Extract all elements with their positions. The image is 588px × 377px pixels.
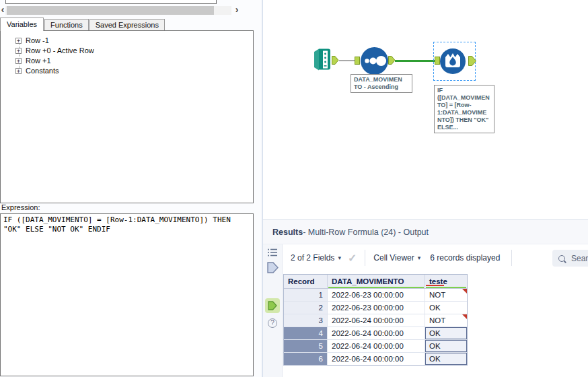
cell-viewer-dropdown[interactable]: Cell Viewer — [373, 253, 414, 263]
sort-annotation[interactable]: DATA_MOVIMEN TO - Ascending — [351, 74, 412, 93]
record-cell[interactable]: 5 — [284, 340, 328, 352]
input-anchor-icon — [355, 57, 360, 65]
tool-multi-row-formula[interactable] — [440, 48, 466, 77]
tree-item-row-plus-1[interactable]: + Row +1 — [15, 56, 51, 65]
table-row[interactable]: 12022-06-23 00:00:00NOT — [284, 289, 467, 302]
tree-item-label: Constants — [26, 67, 59, 75]
tree-item-row-minus-1[interactable]: + Row -1 — [15, 36, 49, 45]
multi-row-formula-icon — [440, 48, 466, 74]
results-icon-strip: ? — [263, 244, 283, 377]
results-title-rest: - Multi-Row Formula (24) - Output — [303, 228, 429, 237]
tree-item-label: Row -1 — [26, 36, 49, 44]
teste-cell[interactable]: NOT — [425, 314, 467, 327]
sort-underline-green — [328, 287, 424, 288]
connection-sort-to-formula[interactable] — [395, 60, 435, 62]
tool-sort[interactable] — [361, 47, 388, 77]
column-header-data-movimento[interactable]: DATA_MOVIMENTO — [328, 275, 425, 288]
toolbar-divider — [365, 250, 365, 266]
results-panel: Results - Multi-Row Formula (24) - Outpu… — [263, 219, 588, 377]
search-icon — [558, 255, 565, 262]
table-row[interactable]: 42022-06-24 00:00:00OK — [284, 327, 467, 340]
connection-input-to-sort[interactable] — [339, 60, 355, 61]
data-movimento-cell[interactable]: 2022-06-24 00:00:00 — [328, 353, 425, 365]
records-displayed-text: 6 records displayed — [430, 253, 500, 263]
horizontal-scrollbar[interactable]: ‹ › — [0, 5, 241, 15]
input-anchor-view-icon[interactable] — [263, 262, 282, 273]
results-title-bold: Results — [272, 228, 303, 237]
results-toolbar: 2 of 2 Fields ▾ ✓ Cell Viewer ▾ 6 record… — [283, 244, 588, 271]
column-header-teste[interactable]: teste — [425, 275, 467, 288]
expand-icon[interactable]: + — [15, 38, 22, 44]
variables-tree: + Row -1 + Row +0 - Active Row + Row +1 … — [0, 30, 254, 203]
record-cell[interactable]: 2 — [284, 302, 328, 314]
data-movimento-cell[interactable]: 2022-06-23 00:00:00 — [328, 302, 425, 314]
results-title: Results - Multi-Row Formula (24) - Outpu… — [263, 220, 588, 244]
results-table-header: Record DATA_MOVIMENTO teste — [284, 275, 467, 289]
expression-helper-tabs: Variables Functions Saved Expressions — [0, 18, 166, 31]
expand-icon[interactable]: + — [15, 68, 22, 74]
input-anchor-icon — [435, 57, 440, 65]
alteryx-designer-window: ‹ › Variables Functions Saved Expression… — [0, 0, 588, 377]
help-icon[interactable]: ? — [263, 318, 282, 328]
table-row[interactable]: 62022-06-24 00:00:00OK — [284, 353, 467, 365]
output-anchor-icon — [468, 56, 476, 66]
tab-variables[interactable]: Variables — [0, 18, 44, 31]
column-header-record[interactable]: Record — [284, 275, 328, 288]
tree-item-label: Row +0 - Active Row — [26, 46, 94, 55]
tool-input-data[interactable] — [314, 48, 331, 73]
column-header-label: Record — [288, 277, 315, 285]
input-data-icon — [314, 48, 331, 71]
data-movimento-cell[interactable]: 2022-06-24 00:00:00 — [328, 327, 425, 339]
sort-underline-green — [426, 287, 466, 288]
modified-underline-red — [426, 285, 444, 286]
expression-editor[interactable]: IF ([DATA_MOVIMENTO] = [Row-1:DATA_MOVIM… — [0, 213, 254, 376]
teste-cell[interactable]: OK — [425, 327, 467, 339]
formula-annotation[interactable]: IF ([DATA_MOVIMEN TO] = [Row- 1:DATA_MOV… — [434, 85, 494, 133]
record-cell[interactable]: 3 — [284, 314, 328, 327]
data-movimento-cell[interactable]: 2022-06-23 00:00:00 — [328, 289, 425, 301]
column-header-label: DATA_MOVIMENTO — [332, 277, 404, 285]
fields-dropdown[interactable]: 2 of 2 Fields — [291, 253, 334, 263]
workflow-canvas[interactable]: DATA_MOVIMEN TO - Ascending IF ([DATA_MO… — [263, 0, 588, 219]
results-table: Record DATA_MOVIMENTO teste 12022-06-23 … — [283, 274, 468, 366]
teste-cell[interactable]: OK — [425, 302, 467, 314]
formula-config-panel: ‹ › Variables Functions Saved Expression… — [0, 0, 262, 377]
output-field-box — [5, 0, 217, 4]
table-view-icon[interactable] — [263, 248, 282, 256]
chevron-down-icon[interactable]: ▾ — [338, 254, 341, 261]
tab-functions[interactable]: Functions — [44, 19, 89, 31]
search-box[interactable] — [552, 250, 588, 267]
tree-item-row-0-active[interactable]: + Row +0 - Active Row — [15, 46, 94, 55]
expand-icon[interactable]: + — [15, 58, 22, 64]
scrollbar-thumb[interactable] — [7, 6, 214, 15]
tree-item-constants[interactable]: + Constants — [15, 66, 59, 75]
apply-check-icon[interactable]: ✓ — [348, 252, 357, 265]
output-anchor-view-icon[interactable] — [263, 298, 282, 313]
table-row[interactable]: 52022-06-24 00:00:00OK — [284, 340, 467, 353]
tab-saved-expressions[interactable]: Saved Expressions — [89, 19, 165, 31]
cell-flag-icon — [462, 314, 467, 319]
table-row[interactable]: 32022-06-24 00:00:00NOT — [284, 314, 467, 327]
tree-item-label: Row +1 — [26, 57, 51, 65]
data-movimento-cell[interactable]: 2022-06-24 00:00:00 — [328, 340, 425, 352]
scroll-right-icon[interactable]: › — [233, 5, 241, 15]
sort-icon — [361, 47, 388, 75]
teste-cell[interactable]: NOT — [425, 289, 467, 301]
toolbar-divider — [511, 250, 512, 266]
output-anchor-icon — [332, 56, 339, 65]
cell-flag-icon — [462, 289, 467, 294]
expression-label: Expression: — [1, 203, 40, 211]
teste-cell[interactable]: OK — [425, 340, 467, 352]
record-cell[interactable]: 6 — [284, 353, 328, 365]
teste-cell[interactable]: OK — [425, 353, 467, 365]
table-row[interactable]: 22022-06-23 00:00:00OK — [284, 302, 467, 314]
record-cell[interactable]: 4 — [284, 327, 328, 339]
expand-icon[interactable]: + — [15, 48, 22, 54]
search-input[interactable] — [570, 253, 588, 264]
data-movimento-cell[interactable]: 2022-06-24 00:00:00 — [328, 314, 425, 327]
results-table-body: 12022-06-23 00:00:00NOT22022-06-23 00:00… — [284, 289, 467, 365]
record-cell[interactable]: 1 — [284, 289, 328, 301]
chevron-down-icon[interactable]: ▾ — [418, 254, 421, 261]
